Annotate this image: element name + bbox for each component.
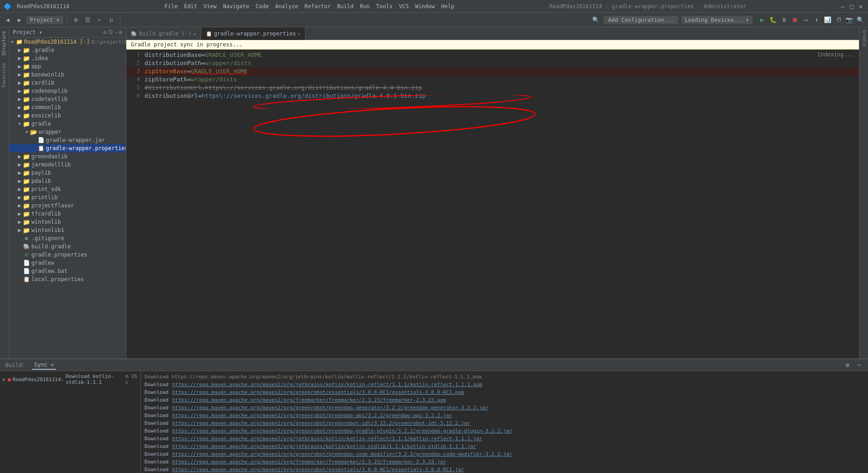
capture-button[interactable]: 📷 bbox=[844, 15, 854, 25]
menu-navigate[interactable]: Navigate bbox=[220, 2, 252, 10]
menu-build[interactable]: Build bbox=[334, 2, 356, 10]
output-link-9[interactable]: https://repo.maven.apache.org/maven2/org… bbox=[172, 443, 476, 450]
menu-view[interactable]: View bbox=[201, 2, 219, 10]
tree-item-root[interactable]: ▾ 📁 RoadPdas20161114 [·] D:\project\Road… bbox=[9, 38, 126, 46]
back-button[interactable]: ◀ bbox=[3, 15, 13, 25]
lint-button[interactable]: 🔍 bbox=[855, 15, 865, 25]
menu-window[interactable]: Window bbox=[412, 2, 437, 10]
tree-item-evoicelib[interactable]: ▶ 📁 evoicelib bbox=[9, 111, 126, 120]
coverage-button[interactable]: 📊 bbox=[823, 15, 833, 25]
output-link-3[interactable]: https://repo.maven.apache.org/maven2/org… bbox=[172, 396, 446, 404]
bottom-settings-button[interactable]: ⚙ bbox=[843, 360, 853, 370]
menu-code[interactable]: Code bbox=[253, 2, 272, 10]
tree-item-app[interactable]: ▶ 📁 app bbox=[9, 62, 126, 70]
output-link-7[interactable]: https://repo.maven.apache.org/maven2/org… bbox=[172, 427, 512, 435]
gradle-tab-right[interactable]: Gradle bbox=[859, 27, 868, 49]
tree-item-gradle-hidden[interactable]: ▶ 📁 .gradle bbox=[9, 46, 126, 54]
tab-build-gradle[interactable]: 🐘 build.gradle (·) ✕ bbox=[126, 27, 201, 40]
tree-item-greendaolib[interactable]: ▶ 📁 greendaolib bbox=[9, 152, 126, 161]
loading-devices-dropdown[interactable]: Loading Devices... ▾ bbox=[681, 16, 753, 24]
tree-item-basewinlib[interactable]: ▶ 📁 basewinlib bbox=[9, 70, 126, 79]
tab-build-gradle-close[interactable]: ✕ bbox=[194, 31, 196, 36]
tab-gradle-wrapper-properties-close[interactable]: ✕ bbox=[298, 31, 300, 36]
favorites-tab-left[interactable]: Favorites bbox=[0, 59, 9, 91]
indexing-label: Indexing... bbox=[818, 51, 853, 58]
tree-item-cardlib[interactable]: ▶ 📁 cardlib bbox=[9, 79, 126, 87]
minimize-button[interactable]: — bbox=[839, 3, 846, 10]
tree-item-gitignore[interactable]: ▶ ⚙ .gitignore bbox=[9, 234, 126, 242]
tree-item-local-properties[interactable]: ▶ 📋 local.properties bbox=[9, 275, 126, 283]
tree-item-codenooplib[interactable]: ▶ 📁 codenooplib bbox=[9, 87, 126, 95]
project-settings-icon[interactable]: ⚙ bbox=[103, 29, 106, 35]
bottom-tab-sync[interactable]: Sync ✕ bbox=[32, 361, 55, 370]
tree-item-paylib[interactable]: ▶ 📁 paylib bbox=[9, 169, 126, 177]
output-link-5[interactable]: https://repo.maven.apache.org/maven2/org… bbox=[172, 412, 452, 419]
tree-item-print-sdk[interactable]: ▶ 📁 print_sdk bbox=[9, 185, 126, 193]
tree-item-pdalib[interactable]: ▶ 📁 pdalib bbox=[9, 177, 126, 185]
tree-item-wintonlib1[interactable]: ▶ 📁 wintonlib1 bbox=[9, 226, 126, 234]
tree-item-wrapper[interactable]: ▾ 📂 wrapper bbox=[9, 128, 126, 136]
refresh-button[interactable]: ↻ bbox=[106, 15, 116, 25]
list-button[interactable]: ☰ bbox=[83, 15, 93, 25]
menu-vcs[interactable]: VCS bbox=[396, 2, 412, 10]
output-link-6[interactable]: https://repo.maven.apache.org/maven2/org… bbox=[172, 419, 470, 427]
build-tree-item-root[interactable]: ▶ ■ RoadPdas20161114: Download kotlin-st… bbox=[2, 373, 139, 386]
menu-edit[interactable]: Edit bbox=[181, 2, 200, 10]
maximize-button[interactable]: □ bbox=[848, 3, 855, 10]
tree-item-build-gradle[interactable]: ▶ 🐘 build.gradle bbox=[9, 242, 126, 251]
menu-file[interactable]: File bbox=[162, 2, 180, 10]
project-layout-icon[interactable]: ☰ bbox=[108, 29, 113, 35]
output-line-4: Download https://repo.maven.apache.org/m… bbox=[145, 404, 864, 412]
close-button[interactable]: ✕ bbox=[857, 3, 864, 10]
project-dropdown[interactable]: Project ▾ bbox=[26, 16, 63, 24]
output-link-11[interactable]: https://repo.maven.apache.org/maven2/org… bbox=[172, 458, 446, 466]
output-link-1[interactable]: https://repo.maven.apache.org/maven2/org… bbox=[172, 381, 482, 388]
step-into-button[interactable]: ⬇ bbox=[812, 15, 822, 25]
project-collapse-icon[interactable]: − bbox=[115, 29, 118, 35]
tree-item-gradle-jar[interactable]: ▶ 📄 gradle-wrapper.jar bbox=[9, 136, 126, 144]
output-link-12[interactable]: https://repo.maven.apache.org/maven2/org… bbox=[172, 466, 464, 473]
editor-content[interactable]: Indexing... 1 distributionBase=GRADLE_US… bbox=[126, 50, 859, 358]
menu-refactor[interactable]: Refactor bbox=[302, 2, 334, 10]
menu-help[interactable]: Help bbox=[439, 2, 457, 10]
tree-item-gradlew-bat[interactable]: ▶ 📄 gradlew.bat bbox=[9, 267, 126, 275]
add-config-button[interactable]: Add Configuration... bbox=[604, 16, 678, 24]
tree-item-tfcardlib[interactable]: ▶ 📁 tfcardlib bbox=[9, 210, 126, 218]
structure-tab-left[interactable]: Structure bbox=[0, 27, 9, 59]
collapse-button[interactable]: − bbox=[95, 15, 105, 25]
tree-item-codetestlib[interactable]: ▶ 📁 codetestlib bbox=[9, 95, 126, 103]
stop-button[interactable]: ⏹ bbox=[790, 15, 800, 25]
settings-button[interactable]: ⚙ bbox=[71, 15, 81, 25]
search-button[interactable]: 🔍 bbox=[591, 15, 601, 25]
bottom-minimize-button[interactable]: − bbox=[854, 360, 864, 370]
output-link-2[interactable]: https://repo.maven.apache.org/maven2/org… bbox=[172, 388, 464, 396]
tree-item-gradle-properties[interactable]: ▶ ⚙ gradle.properties bbox=[9, 251, 126, 259]
tab-gradle-wrapper-properties[interactable]: 📋 gradle-wrapper.properties ✕ bbox=[201, 27, 306, 40]
tree-item-idea[interactable]: ▶ 📁 .idea bbox=[9, 54, 126, 62]
output-link-10[interactable]: https://repo.maven.apache.org/maven2/org… bbox=[172, 450, 512, 458]
output-link-8[interactable]: https://repo.maven.apache.org/maven2/org… bbox=[172, 435, 482, 443]
tree-item-gradlew[interactable]: ▶ 📄 gradlew bbox=[9, 259, 126, 267]
output-line-6: Download https://repo.maven.apache.org/m… bbox=[145, 419, 864, 427]
menu-tools[interactable]: Tools bbox=[374, 2, 395, 10]
forward-button[interactable]: ▶ bbox=[15, 15, 25, 25]
run-button[interactable]: ▶ bbox=[757, 15, 767, 25]
debug-button[interactable]: 🐛 bbox=[768, 15, 778, 25]
tree-item-printlib[interactable]: ▶ 📁 printlib bbox=[9, 193, 126, 201]
project-more-icon[interactable]: ⊞ bbox=[119, 29, 122, 35]
output-link-4[interactable]: https://repo.maven.apache.org/maven2/org… bbox=[172, 404, 488, 412]
profile-button[interactable]: ⏱ bbox=[833, 15, 843, 25]
tree-label-basewinlib: basewinlib bbox=[31, 71, 64, 78]
pause-button[interactable]: ⏸ bbox=[779, 15, 789, 25]
tree-item-projectflavor[interactable]: ▶ 📁 projectflavor bbox=[9, 201, 126, 210]
bottom-tab-build[interactable]: Build: bbox=[4, 361, 27, 369]
tree-item-jarmodelllib[interactable]: ▶ 📁 jarmodelllib bbox=[9, 161, 126, 169]
tree-label-gradlew: gradlew bbox=[31, 260, 55, 266]
menu-analyze[interactable]: Analyze bbox=[272, 2, 301, 10]
tree-item-wintonlib[interactable]: ▶ 📁 wintonlib bbox=[9, 218, 126, 226]
tree-item-gradle-props[interactable]: ▶ 📋 gradle-wrapper.properties bbox=[9, 144, 126, 152]
step-over-button[interactable]: ⟶ bbox=[801, 15, 811, 25]
tree-item-commonlib[interactable]: ▶ 📁 commonlib bbox=[9, 103, 126, 111]
tree-item-gradle[interactable]: ▾ 📁 gradle bbox=[9, 120, 126, 128]
menu-run[interactable]: Run bbox=[357, 2, 373, 10]
